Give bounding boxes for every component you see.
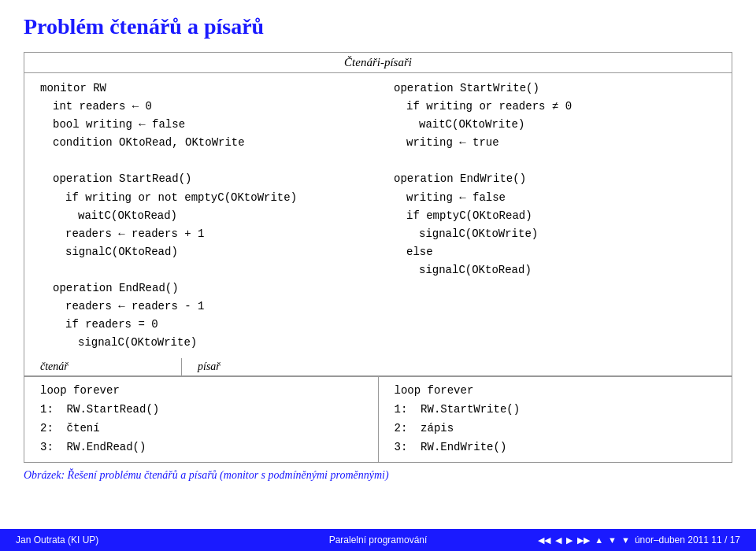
pisar-line2: 1: RW.StartWrite() [395,403,521,416]
ctenar-header: čtenář [24,358,182,375]
footer: Jan Outrata (KI UP) Paralelní programová… [0,529,756,551]
monitor-left-column: monitor RW int readers ← 0 bool writing … [24,80,378,352]
nav-prev-icon[interactable]: ◀ [555,535,561,545]
left-line10: signalC(OKtoRead) [40,243,362,261]
right-line10: else [394,243,716,261]
ctenar-line4: 3: RW.EndRead() [40,441,146,453]
footer-title: Paralelní programování [329,534,428,545]
nav-first-icon[interactable]: ◀◀ [538,535,550,545]
nav-up-icon[interactable]: ▲ [595,535,603,545]
right-line6: operation EndWrite() [394,172,526,185]
left-line13: readers ← readers - 1 [40,298,362,316]
left-line8: waitC(OKtoRead) [40,207,362,225]
right-line7: writing ← false [394,189,716,207]
page-title: Problém čtenářů a písařů [0,0,756,47]
right-line1: operation StartWrite() [394,82,539,94]
ctenar-column: loop forever 1: RW.StartRead() 2: čtení … [24,377,379,461]
monitor-right-column: operation StartWrite() if writing or rea… [378,80,732,352]
right-line2: if writing or readers ≠ 0 [394,98,716,116]
left-line3: bool writing ← false [40,116,362,134]
right-line4: writing ← true [394,134,716,152]
left-line2: int readers ← 0 [40,98,362,116]
nav-menu-icon[interactable]: ▼ [621,535,630,545]
pisar-line3: 2: zápis [395,422,454,435]
pisar-line4: 3: RW.EndWrite() [395,441,507,453]
left-line6: operation StartRead() [40,170,362,188]
left-line7: if writing or not emptyC(OKtoWrite) [40,189,362,207]
figure-caption: Obrázek: Řešení problému čtenářů a písař… [0,463,756,482]
right-line11: signalC(OKtoRead) [394,261,716,279]
footer-page: únor–duben 2011 11 / 17 [635,534,740,545]
pisar-line1: loop forever [395,384,474,397]
pisar-column: loop forever 1: RW.StartWrite() 2: zápis… [379,377,732,461]
ctenar-line2: 1: RW.StartRead() [40,403,159,416]
left-line15: signalC(OKtoWrite) [40,334,362,352]
left-line4: condition OKtoRead, OKtoWrite [40,134,362,152]
nav-last-icon[interactable]: ▶▶ [577,535,590,545]
monitor-body: monitor RW int readers ← 0 bool writing … [24,73,732,358]
right-line8: if emptyC(OKtoRead) [394,207,716,225]
right-line9: signalC(OKtoWrite) [394,225,716,243]
monitor-header: Čtenáři-písaři [24,53,732,73]
bottom-table: loop forever 1: RW.StartRead() 2: čtení … [24,376,732,461]
ctenar-line1: loop forever [40,384,120,397]
table-header-row: čtenář písař [24,358,732,376]
right-line3: waitC(OKtoWrite) [394,116,716,134]
footer-author: Jan Outrata (KI UP) [16,534,98,545]
monitor-box: Čtenáři-písaři monitor RW int readers ← … [24,52,732,463]
nav-next-icon[interactable]: ▶ [566,535,573,545]
left-line9: readers ← readers + 1 [40,225,362,243]
ctenar-line3: 2: čtení [40,422,100,435]
main-content: Čtenáři-písaři monitor RW int readers ← … [0,52,756,463]
left-line12: operation EndRead() [40,279,362,298]
nav-down-icon[interactable]: ▼ [608,535,617,545]
pisar-header: písař [182,358,732,375]
left-line1: monitor RW [40,82,106,94]
left-line14: if readers = 0 [40,316,362,334]
